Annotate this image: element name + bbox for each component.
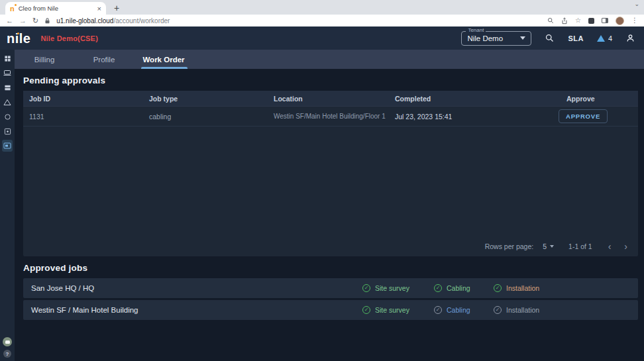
search-icon[interactable] [545, 33, 555, 43]
settings-scan-icon[interactable] [2, 127, 13, 136]
inventory-list-icon[interactable] [2, 83, 13, 92]
step-installation[interactable]: ✓ Installation [494, 284, 539, 292]
check-circle-icon: ✓ [494, 306, 502, 314]
profile-avatar[interactable] [616, 17, 624, 25]
chat-icon[interactable] [3, 337, 12, 346]
main: Billing Profile Work Order Pending appro… [15, 50, 644, 361]
cell-completed: Jul 23, 2023 15:41 [395, 113, 559, 121]
next-page-icon[interactable]: › [623, 242, 629, 251]
address-input[interactable]: u1.nile-global.cloud/account/workorder [56, 17, 170, 25]
monitoring-circle-icon[interactable] [2, 112, 13, 121]
approved-job-name: Westin SF / Main Hotel Building [31, 306, 138, 314]
zoom-icon[interactable] [547, 17, 554, 24]
help-icon[interactable]: ? [3, 350, 11, 358]
approved-jobs-title: Approved jobs [23, 263, 638, 273]
col-job-type: Job type [149, 95, 274, 103]
approve-button[interactable]: APPROVE [559, 109, 608, 123]
step-label: Installation [506, 306, 539, 314]
check-circle-icon: ✓ [434, 284, 442, 292]
check-circle-icon: ✓ [362, 284, 370, 292]
forward-icon[interactable]: → [19, 17, 27, 25]
step-label: Cabling [447, 284, 470, 292]
sidebar: ? [0, 50, 15, 361]
prev-page-icon[interactable]: ‹ [607, 242, 613, 251]
rows-per-page-label: Rows per page: [485, 242, 534, 250]
devices-icon[interactable] [2, 68, 13, 77]
window-chevron-icon[interactable]: ⌄ [634, 1, 639, 7]
dashboard-grid-icon[interactable] [2, 54, 13, 63]
extension-icon[interactable] [588, 18, 594, 24]
tab-billing[interactable]: Billing [15, 50, 74, 69]
tenant-select-value: Nile Demo [467, 34, 503, 42]
approved-job-name: San Jose HQ / HQ [31, 284, 94, 292]
app-header: nile Nile Demo(CSE) Tenant Nile Demo SLA… [0, 26, 644, 50]
cell-job-type: cabling [149, 113, 274, 121]
step-label: Site survey [375, 306, 409, 314]
account-icon[interactable] [625, 33, 635, 43]
col-location: Location [274, 95, 395, 103]
new-tab-button[interactable]: + [114, 3, 119, 13]
cell-location: Westin SF/Main Hotel Building/Floor 1 [274, 113, 395, 120]
check-circle-icon: ✓ [362, 306, 370, 314]
rows-per-page-select[interactable]: 5 [543, 242, 554, 250]
browser-tab-title: Cleo from Nile [19, 5, 93, 12]
screen: n Cleo from Nile × + ⌄ ← → ↻ u1.nile-glo… [0, 0, 644, 361]
environment-badge: Nile Demo(CSE) [40, 34, 98, 42]
browser-tab[interactable]: n Cleo from Nile × [5, 2, 106, 15]
body: ? Billing Profile Work Order Pending app… [0, 50, 644, 361]
check-circle-icon: ✓ [434, 306, 442, 314]
tab-close-icon[interactable]: × [97, 5, 101, 13]
url-host: u1.nile-global.cloud [56, 17, 113, 25]
step-cabling[interactable]: ✓ Cabling [434, 306, 470, 314]
browser-urlbar: ← → ↻ u1.nile-global.cloud/account/worko… [0, 15, 644, 26]
tenant-select-label: Tenant [466, 27, 486, 33]
step-installation[interactable]: ✓ Installation [494, 306, 539, 314]
approved-job-row[interactable]: Westin SF / Main Hotel Building ✓ Site s… [23, 300, 638, 320]
site-favicon-icon: n [10, 5, 15, 12]
alert-triangle-icon [597, 35, 605, 42]
side-panel-icon[interactable] [602, 18, 608, 23]
bookmark-star-icon[interactable]: ☆ [575, 17, 581, 24]
padlock-icon[interactable] [44, 17, 50, 25]
table-empty-space [23, 127, 638, 236]
cell-approve: APPROVE [559, 109, 638, 123]
reload-icon[interactable]: ↻ [32, 17, 38, 25]
browser-toolbar-icons: ☆ ⋮ [547, 17, 638, 25]
alerts-indicator[interactable]: 4 [597, 34, 612, 42]
account-workorder-icon[interactable] [2, 140, 13, 152]
cell-job-id: 1131 [23, 113, 149, 121]
pending-approvals-table: Job ID Job type Location Completed Appro… [23, 91, 638, 256]
col-job-id: Job ID [23, 95, 149, 103]
sla-link[interactable]: SLA [568, 34, 584, 42]
col-approve: Approve [559, 95, 638, 103]
col-completed: Completed [395, 95, 559, 103]
back-icon[interactable]: ← [6, 17, 13, 25]
sidebar-bottom: ? [3, 337, 12, 358]
approved-jobs-section: Approved jobs San Jose HQ / HQ ✓ Site su… [23, 263, 638, 320]
pagination-range: 1-1 of 1 [568, 242, 592, 250]
alerts-triangle-icon[interactable] [2, 97, 13, 107]
browser-tabstrip: n Cleo from Nile × + ⌄ [0, 0, 644, 15]
step-label: Site survey [375, 284, 409, 292]
step-label: Installation [506, 284, 539, 292]
step-cabling[interactable]: ✓ Cabling [434, 284, 470, 292]
share-icon[interactable] [561, 17, 568, 25]
chevron-down-icon [550, 245, 554, 248]
tenant-select[interactable]: Tenant Nile Demo [461, 31, 531, 46]
browser-menu-icon[interactable]: ⋮ [631, 17, 638, 24]
pending-approvals-title: Pending approvals [23, 76, 638, 85]
chevron-down-icon [520, 36, 525, 40]
table-row: 1131 cabling Westin SF/Main Hotel Buildi… [23, 106, 638, 127]
tab-profile[interactable]: Profile [74, 50, 134, 69]
url-path: /account/workorder [113, 17, 170, 25]
header-actions: Tenant Nile Demo SLA 4 [461, 31, 635, 46]
check-circle-icon: ✓ [494, 284, 502, 292]
content: Pending approvals Job ID Job type Locati… [15, 69, 644, 361]
step-site-survey[interactable]: ✓ Site survey [362, 284, 409, 292]
nile-logo: nile [7, 32, 30, 45]
nav-tabbar: Billing Profile Work Order [15, 50, 644, 69]
approved-job-row[interactable]: San Jose HQ / HQ ✓ Site survey ✓ Cabling… [23, 278, 638, 298]
step-site-survey[interactable]: ✓ Site survey [362, 306, 409, 314]
table-pagination: Rows per page: 5 1-1 of 1 ‹ › [23, 236, 638, 256]
tab-work-order[interactable]: Work Order [134, 50, 193, 69]
